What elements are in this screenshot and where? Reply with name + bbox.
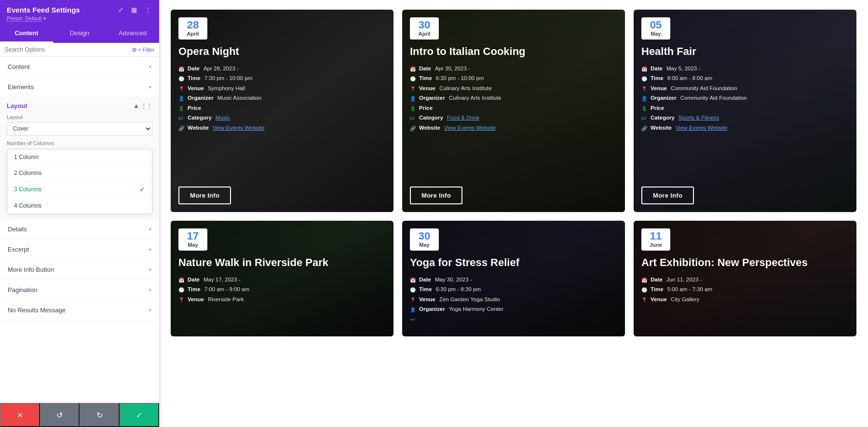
date-badge-art: 11 June [641, 228, 670, 251]
price-icon: 💲 [641, 105, 648, 113]
organizer-icon: 👤 [178, 94, 185, 103]
venue-icon: 📍 [641, 85, 648, 93]
chevron-down-icon: ▾ [149, 287, 151, 293]
column-option-4[interactable]: 4 Columns [7, 198, 152, 214]
column-option-1[interactable]: 1 Column [7, 149, 152, 165]
tab-advanced[interactable]: Advanced [106, 25, 159, 43]
website-icon: 🔗 [641, 124, 648, 133]
filter-icon: ⊞ [132, 47, 136, 53]
panel-header: Events Feed Settings ⤢ ▦ ⋮ Preset: Defau… [0, 0, 159, 25]
venue-icon: 📍 [178, 296, 185, 304]
date-badge-opera: 28 April [178, 17, 207, 40]
bottom-bar: ✕ ↺ ↻ ✓ [0, 403, 159, 427]
event-details-yoga: 📅DateMay 30, 2023 - 🕐Time6:30 pm - 8:30 … [410, 275, 617, 329]
time-icon: 🕐 [410, 286, 417, 294]
event-title-cooking: Intro to Italian Cooking [410, 45, 617, 58]
event-details-health: 📅DateMay 5, 2023 - 🕐Time8:00 am - 8:00 a… [641, 64, 849, 180]
columns-dropdown: 1 Column 2 Columns 3 Columns ✓ 4 Columns [7, 149, 152, 214]
category-icon: 🏷 [178, 114, 185, 122]
section-details[interactable]: Details ▾ [0, 219, 159, 240]
left-panel: Events Feed Settings ⤢ ▦ ⋮ Preset: Defau… [0, 0, 159, 427]
date-badge-yoga: 30 May [410, 228, 439, 251]
section-content[interactable]: Content ▾ [0, 57, 159, 77]
resize-icon[interactable]: ⤢ [116, 5, 125, 14]
section-pagination[interactable]: Pagination ▾ [0, 280, 159, 300]
event-title-health: Health Fair [641, 45, 849, 58]
save-button[interactable]: ✓ [120, 403, 160, 427]
date-icon: 📅 [641, 65, 648, 73]
reset-button[interactable]: ↺ [40, 403, 80, 427]
website-icon: 🔗 [178, 124, 185, 133]
date-icon: 📅 [178, 276, 185, 284]
date-icon: 📅 [410, 65, 417, 73]
event-card-yoga: 30 May Yoga for Stress Relief 📅DateMay 3… [402, 221, 625, 336]
section-elements[interactable]: Elements ▾ [0, 77, 159, 97]
panel-header-icons: ⤢ ▦ ⋮ [116, 5, 152, 14]
time-icon: 🕐 [178, 286, 185, 294]
event-details-art: 📅DateJun 11, 2023 - 🕐Time5:00 am - 7:30 … [641, 275, 849, 329]
cancel-button[interactable]: ✕ [0, 403, 40, 427]
website-icon: 🔗 [410, 124, 417, 133]
venue-icon: 📍 [641, 296, 648, 304]
chevron-down-icon: ▾ [149, 247, 151, 252]
chevron-down-icon: ▾ [149, 307, 151, 313]
date-badge-nature: 17 May [178, 228, 207, 251]
organizer-icon: 👤 [410, 94, 417, 103]
event-card-health-fair: 05 May Health Fair 📅DateMay 5, 2023 - 🕐T… [634, 10, 856, 212]
panel-sections: Content ▾ Elements ▾ Layout ▴ ⋮⋮ Layout … [0, 57, 159, 427]
website-link-cooking[interactable]: View Events Website [444, 123, 496, 133]
chevron-up-icon: ▴ [135, 102, 138, 109]
layout-select[interactable]: Cover List Grid [7, 122, 152, 135]
layout-section-title: Layout [7, 102, 27, 109]
category-link-opera[interactable]: Music [216, 113, 230, 123]
more-info-button-health[interactable]: More Info [641, 187, 694, 204]
date-icon: 📅 [410, 276, 417, 284]
category-icon: 🏷 [641, 114, 648, 122]
column-option-3[interactable]: 3 Columns ✓ [7, 181, 152, 198]
time-icon: 🕐 [641, 75, 648, 83]
events-grid: 28 April Opera Night 📅DateApr 28, 2023 -… [171, 10, 856, 336]
category-link-health[interactable]: Sports & Fitness [678, 113, 719, 123]
time-icon: 🕐 [410, 75, 417, 83]
price-icon: 💲 [410, 105, 417, 113]
search-input[interactable] [5, 46, 129, 53]
layout-icon[interactable]: ▦ [129, 5, 139, 14]
organizer-icon: 👤 [641, 94, 648, 103]
section-no-results[interactable]: No Results Message ▾ [0, 300, 159, 320]
event-details-opera: 📅DateApr 28, 2023 - 🕐Time7:30 pm - 10:00… [178, 64, 386, 180]
redo-button[interactable]: ↻ [80, 403, 120, 427]
more-icon: ••• [410, 316, 417, 324]
more-info-button-opera[interactable]: More Info [178, 187, 231, 204]
right-content: 28 April Opera Night 📅DateApr 28, 2023 -… [159, 0, 868, 427]
chevron-down-icon: ▾ [149, 267, 151, 272]
event-card-italian-cooking: 30 April Intro to Italian Cooking 📅DateA… [402, 10, 625, 212]
category-icon: 🏷 [410, 114, 417, 122]
event-title-art: Art Exhibition: New Perspectives [641, 256, 849, 269]
section-layout: Layout ▴ ⋮⋮ Layout Cover List Grid Numbe… [0, 97, 159, 219]
date-icon: 📅 [641, 276, 648, 284]
date-badge-health: 05 May [641, 17, 670, 40]
more-icon[interactable]: ⋮ [143, 5, 152, 14]
event-card-art: 11 June Art Exhibition: New Perspectives… [634, 221, 856, 336]
drag-handle-icon[interactable]: ⋮⋮ [141, 103, 152, 109]
event-details-cooking: 📅DateApr 30, 2023 - 🕐Time6:30 pm - 10:00… [410, 64, 617, 180]
section-excerpt[interactable]: Excerpt ▾ [0, 240, 159, 260]
check-icon: ✓ [139, 186, 145, 193]
layout-label: Layout [7, 114, 152, 120]
website-link-health[interactable]: View Events Website [676, 123, 728, 133]
columns-label: Number of Columns [7, 140, 152, 146]
panel-tabs: Content Design Advanced [0, 25, 159, 43]
more-info-button-cooking[interactable]: More Info [410, 187, 462, 204]
website-link-opera[interactable]: View Events Website [213, 123, 265, 133]
time-icon: 🕐 [641, 286, 648, 294]
column-option-2[interactable]: 2 Columns [7, 165, 152, 181]
filter-button[interactable]: ⊞ + Filter [132, 47, 154, 53]
date-badge-cooking: 30 April [410, 17, 439, 40]
tab-design[interactable]: Design [53, 25, 106, 43]
date-icon: 📅 [178, 65, 185, 73]
venue-icon: 📍 [178, 85, 185, 93]
section-more-info[interactable]: More Info Button ▾ [0, 260, 159, 280]
preset-row[interactable]: Preset: Default ▾ [7, 15, 152, 22]
tab-content[interactable]: Content [0, 25, 53, 43]
category-link-cooking[interactable]: Food & Drink [447, 113, 479, 123]
